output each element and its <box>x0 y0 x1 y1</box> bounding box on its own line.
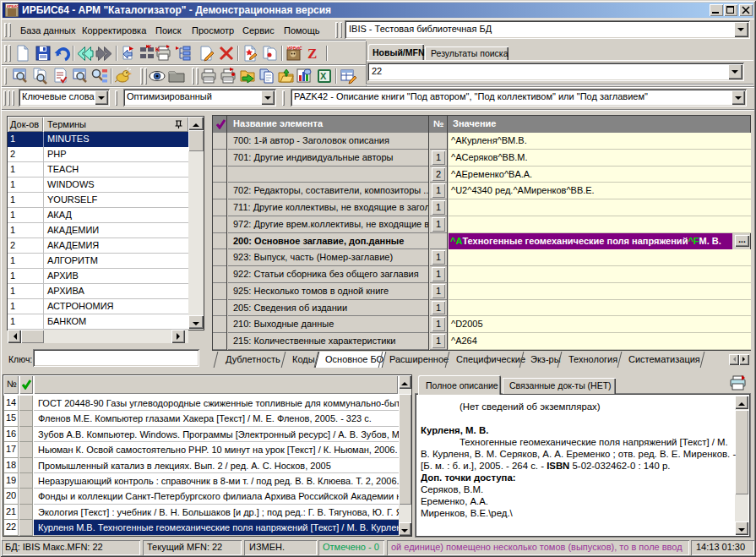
svg-text:K: K <box>148 45 152 49</box>
svg-text:K: K <box>155 46 160 52</box>
svg-text:Z: Z <box>307 46 317 62</box>
svg-text:ИРБИС: ИРБИС <box>7 4 19 8</box>
svg-text:X: X <box>320 71 327 81</box>
